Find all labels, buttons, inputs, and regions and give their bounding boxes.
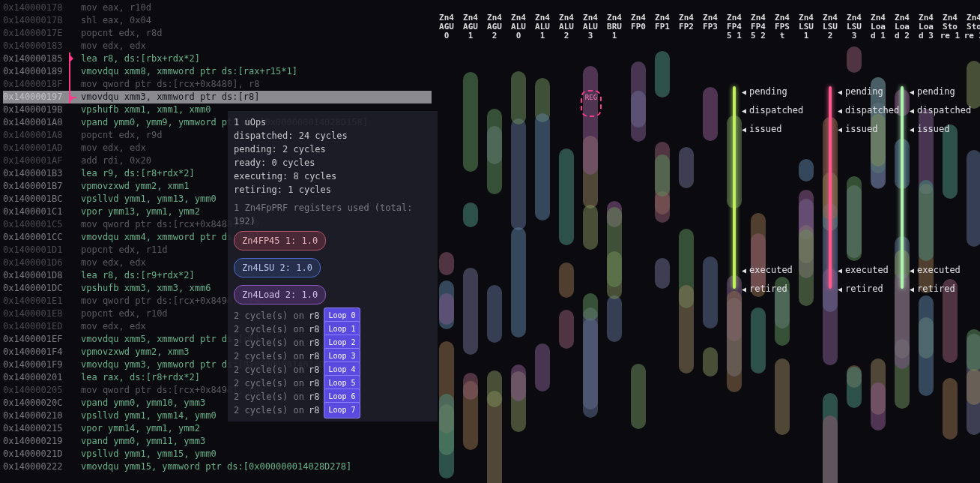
- pipeline-blob[interactable]: [607, 207, 622, 287]
- unit-header[interactable]: Zn4ALU2: [554, 14, 578, 42]
- pipeline-blob[interactable]: [751, 308, 766, 374]
- asm-line[interactable]: 0x140000178mov eax, r10d: [3, 2, 432, 14]
- pipeline-lane[interactable]: [506, 45, 530, 483]
- unit-header[interactable]: Zn4AGU2: [483, 14, 506, 42]
- pipeline-blob[interactable]: [943, 124, 958, 200]
- unit-header[interactable]: Zn4FP2: [674, 14, 698, 42]
- pipeline-lane[interactable]: [530, 45, 554, 483]
- pipeline-lane[interactable]: [650, 45, 674, 483]
- pipeline-blob[interactable]: [439, 293, 454, 325]
- asm-line[interactable]: 0x140000197vmovdqu xmm3, xmmword ptr ds:…: [3, 91, 432, 104]
- pipeline-blob[interactable]: [967, 150, 980, 247]
- pipeline-blob[interactable]: [583, 66, 598, 176]
- unit-header[interactable]: Zn4FP45 2: [746, 14, 770, 42]
- pipeline-blob[interactable]: [679, 285, 694, 374]
- unit-header[interactable]: Zn4FPSt: [770, 14, 794, 42]
- dependency-row[interactable]: 2 cycle(s) on r8 Loop 7: [234, 404, 432, 417]
- pipeline-blob[interactable]: [487, 370, 502, 407]
- pipeline-blob[interactable]: [511, 118, 526, 230]
- asm-line[interactable]: 0x14000017Epopcnt edx, r8d: [3, 27, 432, 40]
- pipeline-blob[interactable]: [847, 367, 862, 408]
- asm-line[interactable]: 0x14000017Bshl eax, 0x04: [3, 14, 432, 27]
- pipeline-blob[interactable]: [511, 71, 526, 124]
- pipeline-blob[interactable]: [967, 329, 980, 371]
- asm-line[interactable]: 0x140000189vmovdqu xmm8, xmmword ptr ds:…: [3, 65, 432, 78]
- loop-badge[interactable]: Loop 7: [324, 402, 360, 418]
- pipeline-blob[interactable]: [847, 176, 862, 261]
- pipeline-blob[interactable]: [655, 51, 670, 98]
- pipeline-lane[interactable]: [483, 45, 506, 483]
- asm-line[interactable]: 0x140000215vpor ymm14, ymm1, ymm2: [3, 422, 432, 435]
- pipeline-blob[interactable]: [847, 46, 862, 73]
- pipeline-blob[interactable]: [679, 147, 694, 188]
- asm-line[interactable]: 0x140000222vmovdqu ymm15, ymmword ptr ds…: [3, 460, 432, 473]
- unit-header[interactable]: Zn4BRU1: [602, 14, 626, 42]
- asm-line[interactable]: 0x14000018Fmov qword ptr ds:[rcx+0x8480]…: [3, 78, 432, 91]
- pipeline-blob[interactable]: [727, 291, 742, 392]
- pipeline-blob[interactable]: [823, 416, 838, 483]
- unit-header[interactable]: Zn4Load 3: [914, 14, 938, 42]
- pipeline-blob[interactable]: [607, 296, 622, 342]
- pipeline-lane[interactable]: [698, 45, 722, 483]
- pipeline-blob[interactable]: [439, 252, 454, 275]
- unit-header[interactable]: Zn4LSU1: [794, 14, 818, 42]
- asm-line[interactable]: 0x140000185lea r8, ds:[rbx+rdx*2]: [3, 52, 432, 65]
- unit-header[interactable]: Zn4ALU0: [506, 14, 530, 42]
- pipeline-blob[interactable]: [871, 382, 886, 430]
- pipeline-blob[interactable]: [799, 159, 814, 182]
- pipeline-blob[interactable]: [655, 258, 670, 289]
- pipeline-blob[interactable]: [799, 230, 814, 305]
- pipeline-blob[interactable]: [511, 364, 526, 402]
- pipeline-blob[interactable]: [535, 344, 550, 392]
- pipeline-blob[interactable]: [463, 268, 478, 355]
- unit-header[interactable]: Zn4ALU3: [578, 14, 602, 42]
- pipeline-lane[interactable]: [554, 45, 578, 483]
- asm-line[interactable]: 0x140000183mov edx, edx: [3, 40, 432, 52]
- pipeline-blob[interactable]: [463, 72, 478, 172]
- pipeline-blob[interactable]: [559, 148, 574, 245]
- port-pill-load[interactable]: Zn4Load 2: 1.0: [234, 285, 326, 304]
- unit-header[interactable]: Zn4ALU1: [530, 14, 554, 42]
- pipeline-blob[interactable]: [871, 114, 886, 166]
- pipeline-lane[interactable]: [626, 45, 650, 483]
- pipeline-blob[interactable]: [583, 293, 598, 321]
- register-badge[interactable]: REG: [581, 90, 602, 117]
- pipeline-blob[interactable]: [559, 310, 574, 349]
- port-pill-lsu[interactable]: Zn4LSU 2: 1.0: [234, 258, 321, 278]
- pipeline-blob[interactable]: [919, 296, 934, 396]
- pipeline-blob[interactable]: [463, 202, 478, 227]
- pipeline-blob[interactable]: [463, 373, 478, 400]
- pipeline-lane[interactable]: [674, 45, 698, 483]
- unit-header[interactable]: Zn4Store 1: [938, 14, 962, 42]
- pipeline-blob[interactable]: [511, 227, 526, 338]
- pipeline-blob[interactable]: [439, 394, 454, 478]
- pipeline-blob[interactable]: [703, 87, 718, 141]
- asm-line[interactable]: 0x14000021Dvpsllvd ymm1, ymm15, ymm0: [3, 448, 432, 460]
- unit-header[interactable]: Zn4Load 2: [890, 14, 914, 42]
- unit-header[interactable]: Zn4Store 2: [962, 14, 980, 42]
- pipeline-lane[interactable]: [602, 45, 626, 483]
- pipeline-blob[interactable]: [559, 262, 574, 298]
- pipeline-blob[interactable]: [703, 256, 718, 328]
- pipeline-lanes[interactable]: REGpendingdispatchedissuedexecutedretire…: [435, 45, 980, 483]
- pipeline-blob[interactable]: [751, 233, 766, 291]
- asm-line[interactable]: 0x140000219vpand ymm0, ymm11, ymm3: [3, 435, 432, 448]
- pipeline-blob[interactable]: [487, 109, 502, 194]
- unit-header[interactable]: Zn4AGU1: [459, 14, 483, 42]
- pipeline-blob[interactable]: [967, 369, 980, 405]
- pipeline-blob[interactable]: [583, 318, 598, 418]
- unit-header[interactable]: Zn4FP0: [626, 14, 650, 42]
- pipeline-lane[interactable]: [435, 45, 459, 483]
- pipeline-blob[interactable]: [943, 378, 958, 440]
- unit-header[interactable]: Zn4FP1: [650, 14, 674, 42]
- unit-header[interactable]: Zn4LSU2: [818, 14, 842, 42]
- unit-header[interactable]: Zn4AGU0: [435, 14, 459, 42]
- unit-header[interactable]: Zn4FP45 1: [722, 14, 746, 42]
- unit-header[interactable]: Zn4LSU3: [842, 14, 866, 42]
- pipeline-blob[interactable]: [655, 154, 670, 196]
- pipeline-blob[interactable]: [775, 358, 790, 435]
- pipeline-blob[interactable]: [631, 62, 646, 142]
- pipeline-blob[interactable]: [967, 61, 980, 109]
- pipeline-lane[interactable]: [459, 45, 483, 483]
- pipeline-blob[interactable]: [919, 180, 934, 261]
